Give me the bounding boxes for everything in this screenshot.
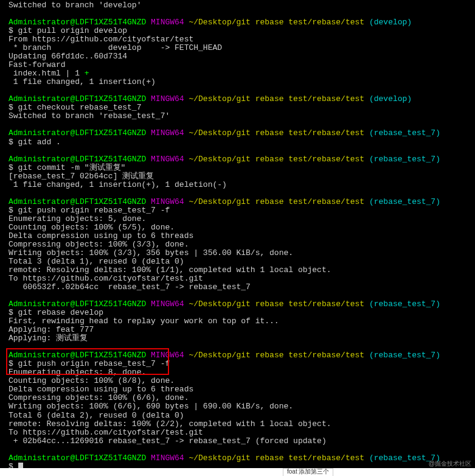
blank-line <box>9 121 469 129</box>
prompt-line: Administrator@LDFT1XZ51T4GNZD MINGW64 ~/… <box>9 155 469 164</box>
mingw-label: MINGW64 <box>151 94 189 103</box>
prompt-line: Administrator@LDFT1XZ51T4GNZD MINGW64 ~/… <box>9 129 469 138</box>
output-line: Counting objects: 100% (5/5), done. <box>9 223 469 232</box>
path-label: ~/Desktop/git rebase test/rebase/test <box>189 155 369 164</box>
output-line: Applying: feat 777 <box>9 326 469 334</box>
output-line: First, rewinding head to replay your wor… <box>9 317 469 326</box>
mingw-label: MINGW64 <box>151 197 189 206</box>
output-line: Enumerating objects: 8, done. <box>9 368 469 377</box>
output-line: Switched to branch 'develop' <box>9 1 469 10</box>
blank-line <box>9 147 469 155</box>
user-host: Administrator@LDFT1XZ51T4GNZD <box>9 94 151 103</box>
user-host: Administrator@LDFT1XZ51T4GNZD <box>9 18 151 27</box>
output-line: From https://github.com/cityofstar/test <box>9 35 469 44</box>
branch-label: (develop) <box>369 94 412 103</box>
prompt-line: Administrator@LDFT1XZ51T4GNZD MINGW64 ~/… <box>9 198 469 206</box>
output-line: Writing objects: 100% (3/3), 356 bytes |… <box>9 249 469 257</box>
output-line: To https://github.com/cityofstar/test.gi… <box>9 275 469 283</box>
output-line: remote: Resolving deltas: 100% (1/1), co… <box>9 266 469 275</box>
output-line: Enumerating objects: 5, done. <box>9 215 469 223</box>
mingw-label: MINGW64 <box>151 128 189 138</box>
user-host: Administrator@LDFT1XZ51T4GNZD <box>9 197 151 206</box>
user-host: Administrator@LDFT1XZ51T4GNZD <box>9 299 151 309</box>
watermark: @掘金技术社区 <box>429 461 471 467</box>
output-line: To https://github.com/cityofstar/test.gi… <box>9 429 469 437</box>
bottom-tab: foat 添加第三个 <box>283 468 333 476</box>
output-line: Counting objects: 100% (8/8), done. <box>9 377 469 385</box>
path-label: ~/Desktop/git rebase test/rebase/test <box>189 299 369 309</box>
user-host: Administrator@LDFT1XZ51T4GNZD <box>9 351 151 360</box>
output-line: Updating 66fd1dc..60d7314 <box>9 52 469 61</box>
command-line[interactable]: $ git commit -m "测试重复" <box>9 164 469 172</box>
output-line: Delta compression using up to 6 threads <box>9 385 469 394</box>
branch-label: (rebase_test_7) <box>369 299 440 309</box>
path-label: ~/Desktop/git rebase test/rebase/test <box>189 197 369 206</box>
output-line: 606532f..02b64cc rebase_test_7 -> rebase… <box>9 283 469 292</box>
user-host: Administrator@LDFT1XZ51T4GNZD <box>9 453 151 463</box>
bottom-strip <box>0 468 475 476</box>
path-label: ~/Desktop/git rebase test/rebase/test <box>189 18 369 27</box>
output-line: Applying: 测试重复 <box>9 334 469 343</box>
output-line: Fast-forward <box>9 61 469 69</box>
output-line: Switched to branch 'rebase_test_7' <box>9 112 469 121</box>
output-line: + 02b64cc...1269016 rebase_test_7 -> reb… <box>9 437 469 446</box>
path-label: ~/Desktop/git rebase test/rebase/test <box>189 453 369 463</box>
output-line: [rebase_test_7 02b64cc] 测试重复 <box>9 172 469 181</box>
command-line[interactable]: $ git push origin rebase_test_7 -f <box>9 360 469 368</box>
terminal-output[interactable]: Switched to branch 'develop' Administrat… <box>0 0 475 468</box>
blank-line <box>9 189 469 198</box>
path-label: ~/Desktop/git rebase test/rebase/test <box>189 351 369 360</box>
blank-line <box>9 86 469 95</box>
branch-label: (rebase_test_7) <box>369 128 440 138</box>
command-line[interactable]: $ git push origin rebase_test_7 -f <box>9 206 469 215</box>
output-line: remote: Resolving deltas: 100% (2/2), co… <box>9 420 469 429</box>
branch-label: (rebase_test_7) <box>369 351 440 360</box>
prompt-line: Administrator@LDFT1XZ51T4GNZD MINGW64 ~/… <box>9 18 469 27</box>
output-line: Total 3 (delta 1), reused 0 (delta 0) <box>9 257 469 266</box>
mingw-label: MINGW64 <box>151 299 189 309</box>
command-line[interactable]: $ git add . <box>9 138 469 147</box>
command-line[interactable]: $ git pull origin develop <box>9 27 469 35</box>
prompt-line: Administrator@LDFT1XZ51T4GNZD MINGW64 ~/… <box>9 300 469 309</box>
blank-line <box>9 10 469 18</box>
plus-icon: + <box>85 69 89 78</box>
command-line[interactable]: $ git rebase develop <box>9 309 469 317</box>
output-line: 1 file changed, 1 insertion(+) <box>9 78 469 86</box>
blank-line <box>9 446 469 454</box>
blank-line <box>9 292 469 300</box>
branch-label: (develop) <box>369 18 412 27</box>
command-line[interactable]: $ git checkout rebase_test_7 <box>9 103 469 112</box>
output-line: index.html | 1 + <box>9 69 469 78</box>
output-line: Delta compression using up to 6 threads <box>9 232 469 240</box>
user-host: Administrator@LDFT1XZ51T4GNZD <box>9 128 151 138</box>
user-host: Administrator@LDFT1XZ51T4GNZD <box>9 155 151 164</box>
branch-label: (rebase_test_7) <box>369 155 440 164</box>
output-line: Total 6 (delta 2), reused 0 (delta 0) <box>9 411 469 420</box>
mingw-label: MINGW64 <box>151 155 189 164</box>
output-line: Compressing objects: 100% (3/3), done. <box>9 240 469 249</box>
mingw-label: MINGW64 <box>151 453 189 463</box>
branch-label: (rebase_test_7) <box>369 197 440 206</box>
mingw-label: MINGW64 <box>151 351 189 360</box>
mingw-label: MINGW64 <box>151 18 189 27</box>
output-line: Writing objects: 100% (6/6), 690 bytes |… <box>9 402 469 411</box>
prompt-line: Administrator@LDFT1XZ51T4GNZD MINGW64 ~/… <box>9 95 469 103</box>
path-label: ~/Desktop/git rebase test/rebase/test <box>189 94 369 103</box>
output-line: 1 file changed, 1 insertion(+), 1 deleti… <box>9 181 469 189</box>
blank-line <box>9 343 469 351</box>
output-line: * branch develop -> FETCH_HEAD <box>9 44 469 52</box>
output-line: Compressing objects: 100% (6/6), done. <box>9 394 469 402</box>
path-label: ~/Desktop/git rebase test/rebase/test <box>189 128 369 138</box>
prompt-line: Administrator@LDFT1XZ51T4GNZD MINGW64 ~/… <box>9 351 469 360</box>
prompt-line: Administrator@LDFT1XZ51T4GNZD MINGW64 ~/… <box>9 454 469 463</box>
